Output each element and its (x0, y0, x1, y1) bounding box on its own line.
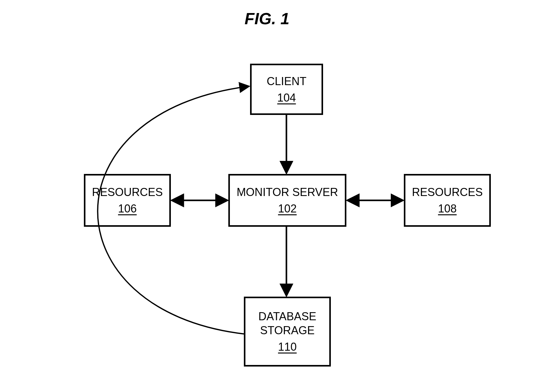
node-resources-right-label: RESOURCES (412, 185, 483, 199)
node-monitor-server-ref: 102 (278, 202, 297, 216)
node-database-storage: DATABASE STORAGE 110 (244, 297, 331, 367)
node-client: CLIENT 104 (250, 64, 323, 115)
node-resources-right-ref: 108 (438, 202, 457, 216)
node-resources-right: RESOURCES 108 (404, 174, 491, 227)
node-client-ref: 104 (277, 91, 296, 105)
node-resources-left-ref: 106 (118, 202, 137, 216)
node-resources-left-label: RESOURCES (92, 185, 163, 199)
node-database-storage-label: DATABASE STORAGE (258, 309, 317, 337)
node-database-storage-ref: 110 (278, 340, 297, 354)
node-resources-left: RESOURCES 106 (84, 174, 171, 227)
node-client-label: CLIENT (267, 74, 306, 88)
figure-title: FIG. 1 (0, 9, 534, 28)
node-monitor-server: MONITOR SERVER 102 (228, 174, 346, 227)
node-monitor-server-label: MONITOR SERVER (237, 185, 338, 199)
